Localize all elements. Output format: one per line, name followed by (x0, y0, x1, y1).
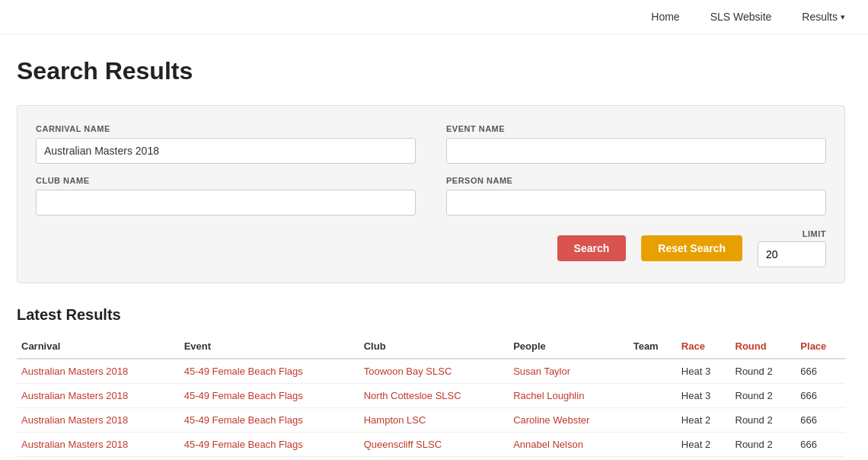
person-name-group: PERSON NAME (446, 176, 826, 216)
table-row: Australian Masters 2018 45-49 Female Bea… (17, 384, 845, 408)
cell-place: 666 (796, 359, 845, 384)
col-round: Round (731, 334, 796, 359)
cell-team (629, 359, 677, 384)
person-name-label: PERSON NAME (446, 176, 826, 185)
cell-race: Heat 3 (677, 384, 731, 408)
cell-people[interactable]: Caroline Webster (509, 408, 629, 433)
cell-club[interactable]: North Cottesloe SLSC (359, 384, 509, 408)
cell-round: Round 2 (731, 359, 796, 384)
club-name-label: CLUB NAME (36, 176, 416, 185)
page-content: Search Results CARNIVAL NAME EVENT NAME … (0, 34, 868, 460)
cell-place: 666 (796, 433, 845, 457)
nav-results-link[interactable]: Results (802, 11, 838, 23)
cell-people[interactable]: Susan Taylor (509, 359, 629, 384)
club-name-input[interactable] (36, 190, 416, 216)
limit-label: LIMIT (803, 229, 826, 238)
cell-carnival[interactable]: Australian Masters 2018 (17, 384, 180, 408)
chevron-down-icon: ▾ (841, 12, 845, 22)
cell-team (629, 433, 677, 457)
cell-round: Round 2 (731, 408, 796, 433)
col-race: Race (677, 334, 731, 359)
cell-club[interactable]: Queenscliff SLSC (359, 433, 509, 457)
cell-carnival[interactable]: Australian Masters 2018 (17, 408, 180, 433)
cell-race: Heat 3 (677, 359, 731, 384)
nav-results-dropdown[interactable]: Results ▾ (802, 11, 845, 23)
cell-club[interactable]: Toowoon Bay SLSC (359, 359, 509, 384)
nav-home[interactable]: Home (651, 11, 679, 23)
cell-place: 666 (796, 408, 845, 433)
club-name-group: CLUB NAME (36, 176, 416, 216)
cell-event[interactable]: 45-49 Female Beach Flags (180, 384, 359, 408)
col-people: People (509, 334, 629, 359)
table-header-row: Carnival Event Club People Team Race Rou… (17, 334, 845, 359)
cell-race: Heat 2 (677, 408, 731, 433)
cell-round: Round 2 (731, 433, 796, 457)
cell-event[interactable]: 45-49 Female Beach Flags (180, 359, 359, 384)
cell-club[interactable]: Hampton LSC (359, 408, 509, 433)
search-form-container: CARNIVAL NAME EVENT NAME CLUB NAME PERSO… (17, 105, 845, 283)
cell-people[interactable]: Rachel Loughlin (509, 384, 629, 408)
event-name-group: EVENT NAME (446, 124, 826, 164)
page-title: Search Results (17, 57, 845, 85)
table-row: Australian Masters 2018 45-49 Female Bea… (17, 359, 845, 384)
event-name-input[interactable] (446, 138, 826, 164)
cell-place: 666 (796, 384, 845, 408)
cell-event[interactable]: 45-49 Female Beach Flags (180, 408, 359, 433)
nav-sls-website[interactable]: SLS Website (710, 11, 772, 23)
cell-people[interactable]: Annabel Nelson (509, 433, 629, 457)
col-carnival: Carnival (17, 334, 180, 359)
limit-input[interactable] (758, 241, 826, 267)
navbar: Home SLS Website Results ▾ (0, 0, 868, 34)
table-row: Australian Masters 2018 45-49 Female Bea… (17, 408, 845, 433)
cell-team (629, 384, 677, 408)
reset-search-button[interactable]: Reset Search (641, 235, 742, 261)
col-team: Team (629, 334, 677, 359)
col-place: Place (796, 334, 845, 359)
event-name-label: EVENT NAME (446, 124, 826, 133)
results-section-title: Latest Results (17, 306, 845, 324)
cell-event[interactable]: 45-49 Female Beach Flags (180, 433, 359, 457)
col-event: Event (180, 334, 359, 359)
carnival-name-group: CARNIVAL NAME (36, 124, 416, 164)
cell-race: Heat 2 (677, 433, 731, 457)
limit-group: LIMIT (758, 229, 826, 267)
form-actions: Search Reset Search LIMIT (36, 229, 826, 267)
cell-carnival[interactable]: Australian Masters 2018 (17, 359, 180, 384)
carnival-name-input[interactable] (36, 138, 416, 164)
col-club: Club (359, 334, 509, 359)
table-row: Australian Masters 2018 45-49 Female Bea… (17, 433, 845, 457)
results-table: Carnival Event Club People Team Race Rou… (17, 334, 845, 457)
form-grid: CARNIVAL NAME EVENT NAME CLUB NAME PERSO… (36, 124, 826, 216)
search-button[interactable]: Search (557, 235, 627, 261)
cell-round: Round 2 (731, 384, 796, 408)
cell-carnival[interactable]: Australian Masters 2018 (17, 433, 180, 457)
person-name-input[interactable] (446, 190, 826, 216)
cell-team (629, 408, 677, 433)
carnival-name-label: CARNIVAL NAME (36, 124, 416, 133)
